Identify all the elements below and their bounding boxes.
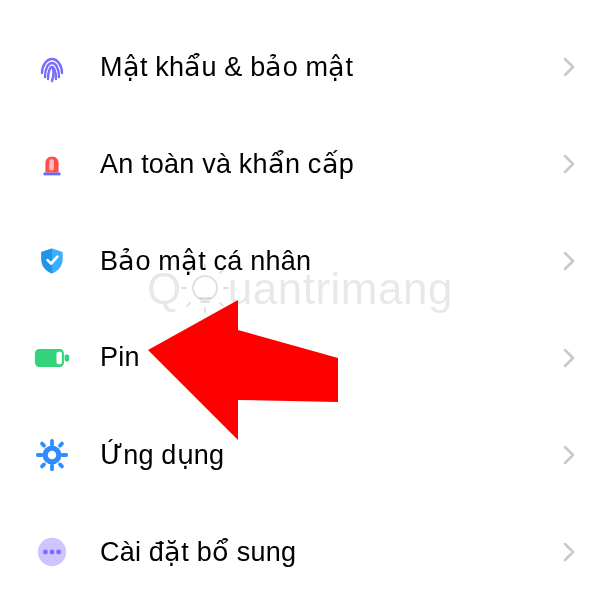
svg-rect-9	[36, 453, 44, 457]
svg-rect-11	[39, 440, 46, 447]
svg-rect-10	[61, 453, 69, 457]
svg-point-17	[43, 549, 48, 554]
shield-icon	[34, 243, 70, 279]
chevron-right-icon	[560, 246, 578, 276]
svg-rect-2	[65, 354, 70, 361]
svg-point-15	[48, 450, 57, 459]
settings-item-apps[interactable]: Ứng dụng	[0, 406, 600, 503]
gear-icon	[34, 437, 70, 473]
chevron-right-icon	[560, 52, 578, 82]
fingerprint-icon	[34, 49, 70, 85]
svg-rect-7	[50, 438, 54, 446]
svg-rect-14	[39, 461, 46, 468]
svg-point-18	[50, 549, 55, 554]
settings-item-label: Cài đặt bổ sung	[70, 536, 560, 568]
settings-list: Mật khẩu & bảo mật An toàn và khẩn cấp B…	[0, 0, 600, 600]
settings-item-additional[interactable]: Cài đặt bổ sung	[0, 503, 600, 600]
settings-item-battery[interactable]: Pin	[0, 309, 600, 406]
settings-item-privacy[interactable]: Bảo mật cá nhân	[0, 212, 600, 309]
svg-rect-12	[57, 461, 64, 468]
settings-item-label: Mật khẩu & bảo mật	[70, 51, 560, 83]
settings-item-safety-emergency[interactable]: An toàn và khẩn cấp	[0, 115, 600, 212]
svg-rect-0	[49, 159, 54, 170]
svg-rect-13	[57, 440, 64, 447]
settings-item-label: Ứng dụng	[70, 439, 560, 471]
chevron-right-icon	[560, 537, 578, 567]
chevron-right-icon	[560, 149, 578, 179]
siren-icon	[34, 146, 70, 182]
chevron-right-icon	[560, 343, 578, 373]
settings-item-password-security[interactable]: Mật khẩu & bảo mật	[0, 18, 600, 115]
settings-item-label: Bảo mật cá nhân	[70, 245, 560, 277]
svg-point-19	[56, 549, 61, 554]
chevron-right-icon	[560, 440, 578, 470]
settings-item-label: Pin	[70, 342, 560, 373]
more-icon	[34, 534, 70, 570]
settings-item-label: An toàn và khẩn cấp	[70, 148, 560, 180]
svg-rect-5	[57, 351, 62, 364]
battery-icon	[34, 340, 70, 376]
svg-rect-8	[50, 463, 54, 471]
